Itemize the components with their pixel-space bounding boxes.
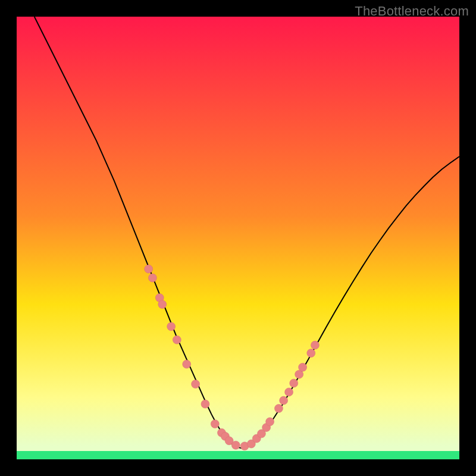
data-dot	[201, 400, 209, 408]
chart-frame: TheBottleneck.com	[0, 0, 476, 476]
data-dot	[290, 379, 298, 387]
data-dot	[285, 388, 293, 396]
data-dot	[307, 349, 315, 357]
plot-area	[17, 17, 459, 459]
data-dot	[280, 396, 288, 405]
gradient-background	[17, 17, 459, 459]
data-dot	[158, 300, 167, 309]
data-dot	[148, 274, 156, 282]
data-dot	[145, 265, 153, 273]
data-dot	[192, 380, 200, 389]
data-dot	[211, 419, 219, 428]
data-dot	[274, 404, 283, 412]
data-dot	[231, 441, 240, 449]
plot-svg	[17, 17, 459, 459]
data-dot	[266, 418, 274, 426]
green-band	[17, 451, 459, 459]
credit-label: TheBottleneck.com	[355, 4, 469, 19]
data-dot	[167, 322, 176, 331]
data-dot	[311, 341, 319, 349]
data-dot	[173, 336, 181, 344]
data-dot	[299, 363, 307, 371]
data-dot	[183, 360, 191, 368]
